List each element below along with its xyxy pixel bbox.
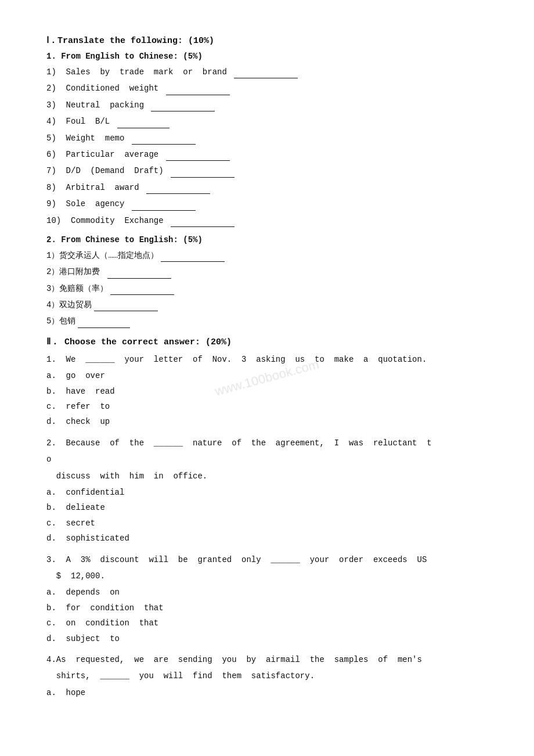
option-a: a. depends on [46,586,488,599]
answer-blank [166,95,230,95]
list-item: 2) Conditioned weight [46,82,488,95]
answer-blank [107,278,171,279]
answer-blank [166,160,230,161]
answer-blank [171,177,234,178]
answer-blank [78,327,130,328]
list-item: 4) Foul B/L [46,115,488,128]
list-item: 7) D/D (Demand Draft) [46,164,488,177]
option-b: b. for condition that [46,602,488,614]
question-text: 3. A 3% discount will be granted only __… [46,553,488,566]
section-I-title: Ⅰ．Translate the following: (10%) [46,35,488,46]
question-1: 1. We ______ your letter of Nov. 3 askin… [46,353,488,429]
section-I: Ⅰ．Translate the following: (10%) 1. From… [46,35,488,328]
option-d: d. check up [46,415,488,428]
answer-blank [171,226,234,227]
list-item: 8) Arbitral award [46,181,488,194]
answer-blank [132,144,196,145]
option-d: d. sophisticated [46,532,488,545]
answer-blank [94,311,158,311]
answer-blank [110,294,174,295]
list-item: 4）双边贸易 [46,298,488,311]
question-text-cont: o [46,453,488,466]
option-a: a. hope [46,686,488,699]
answer-blank [117,128,169,128]
list-item: 1）货交承运人（……指定地点） [46,249,488,262]
option-b: b. have read [46,385,488,398]
question-2: 2. Because of the ______ nature of the a… [46,437,488,545]
section-II: Ⅱ． Choose the correct answer: (20%) 1. W… [46,336,488,699]
answer-blank [234,78,298,78]
question-text: 1. We ______ your letter of Nov. 3 askin… [46,353,488,366]
question-text-cont2: discuss with him in office. [46,470,488,483]
exam-page: Ⅰ．Translate the following: (10%) 1. From… [46,35,488,699]
question-text: 2. Because of the ______ nature of the a… [46,437,488,449]
section-II-title: Ⅱ． Choose the correct answer: (20%) [46,336,488,347]
list-item: 5) Weight memo [46,132,488,145]
answer-blank [146,193,210,194]
option-c: c. refer to [46,400,488,413]
sub-title-2: 2. From Chinese to English: (5%) [46,235,488,244]
sub-section-1: 1. From English to Chinese: (5%) 1) Sale… [46,52,488,227]
list-item: 3）免赔额（率） [46,282,488,295]
option-a: a. confidential [46,486,488,499]
sub-section-2: 2. From Chinese to English: (5%) 1）货交承运人… [46,235,488,328]
question-text-cont: shirts, ______ you will find them satisf… [46,669,488,682]
answer-blank [161,261,225,262]
option-c: c. secret [46,517,488,530]
list-item: 2）港口附加费 [46,265,488,278]
option-a: a. go over [46,369,488,382]
answer-blank [151,111,215,111]
list-item: 9) Sole agency [46,197,488,210]
option-d: d. subject to [46,632,488,645]
option-c: c. on condition that [46,617,488,629]
question-text-cont: $ 12,000. [46,570,488,582]
sub-title-1: 1. From English to Chinese: (5%) [46,52,488,61]
answer-blank [132,210,196,211]
list-item: 1) Sales by trade mark or brand [46,66,488,78]
option-b: b. delieate [46,501,488,514]
list-item: 6) Particular average [46,148,488,161]
list-item: 5）包销 [46,315,488,327]
question-text: 4.As requested, we are sending you by ai… [46,653,488,666]
list-item: 3) Neutral packing [46,99,488,111]
list-item: 10) Commodity Exchange [46,214,488,227]
question-3: 3. A 3% discount will be granted only __… [46,553,488,645]
question-4: 4.As requested, we are sending you by ai… [46,653,488,699]
